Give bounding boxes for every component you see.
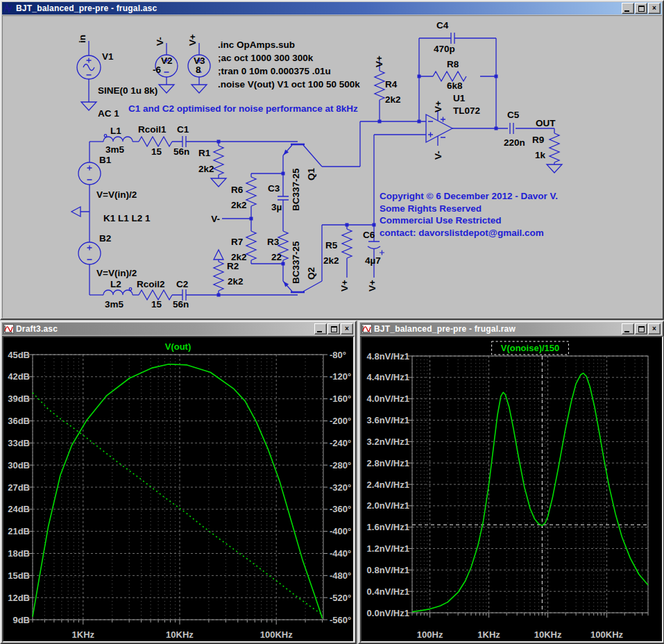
trace-v-onoise-150 <box>412 373 648 612</box>
schematic-label: U1 <box>453 93 466 103</box>
schematic-label: 1k <box>535 150 546 160</box>
schematic-label: V+ <box>187 34 198 46</box>
schematic-label: L2 <box>110 279 121 289</box>
x-axis-label: 10KHz <box>534 629 562 640</box>
schematic-label: 56n <box>173 146 189 157</box>
x-axis-label: 1KHz <box>72 629 95 640</box>
schematic-label: R2 <box>227 261 239 271</box>
y-left-label: 42dB <box>8 371 30 382</box>
schematic-label: V+ <box>374 56 384 67</box>
schematic-label: B2 <box>99 233 111 244</box>
schematic-label: K1 L1 L2 1 <box>103 213 151 223</box>
schematic-label: R7 <box>231 237 243 247</box>
schematic-label: V+ <box>339 280 350 291</box>
schematic-label: V- <box>211 214 220 224</box>
close-button[interactable]: × <box>648 323 661 334</box>
x-axis-label: 100KHz <box>260 629 293 640</box>
schematic-label: R6 <box>231 185 244 195</box>
y-right-label: -240° <box>330 438 351 448</box>
bode-plot-window: Draft3.asc × 45dB-80°42dB-120°39dB-160°3… <box>0 321 357 644</box>
schematic-label: C5 <box>507 110 520 120</box>
schematic-window: BJT_balanced_pre-pre - frugal.asc × <box>0 0 664 320</box>
x-axis-label: 1KHz <box>477 629 500 640</box>
noise-chart[interactable]: 4.8nV/Hz14.4nV/Hz14.0nV/Hz13.6nV/Hz13.2n… <box>361 337 662 641</box>
y-left-label: 1.6nV/Hz1 <box>367 522 409 532</box>
y-right-label: -520° <box>330 593 351 603</box>
schematic-label: V=V(in)/2 <box>96 268 137 278</box>
maximize-icon <box>331 326 337 332</box>
schematic-label: 6k8 <box>447 80 463 91</box>
schematic-drawing[interactable]: inV1SINE(0 1u 8k)AC 1V2-6V-V38V+.inc OpA… <box>3 16 664 319</box>
schematic-label: Some Rights Reserved <box>380 203 482 214</box>
schematic-label: 3m5 <box>105 144 125 155</box>
y-left-label: 36dB <box>8 416 30 426</box>
schematic-label: contact: davorslistdepot@gmail.com <box>380 228 544 238</box>
schematic-label: 220n <box>504 137 525 148</box>
schematic-label: Rcoil2 <box>137 279 165 289</box>
maximize-button[interactable] <box>635 323 647 334</box>
schematic-window-titlebar[interactable]: BJT_balanced_pre-pre - frugal.asc × <box>2 2 662 15</box>
window-title: BJT_balanced_pre-pre - frugal.asc <box>16 3 620 13</box>
schematic-label: 2k2 <box>323 255 339 266</box>
maximize-icon <box>638 6 645 12</box>
noise-plot-pane[interactable]: 4.8nV/Hz14.4nV/Hz14.0nV/Hz13.6nV/Hz13.2n… <box>360 336 663 643</box>
schematic-label: B1 <box>99 155 112 165</box>
schematic-label: R9 <box>532 135 544 145</box>
schematic-label: 56n <box>173 299 189 310</box>
minimize-button[interactable] <box>622 3 634 14</box>
schematic-label: V- <box>433 151 443 160</box>
minimize-button[interactable] <box>314 323 327 334</box>
y-right-label: -400° <box>330 526 351 536</box>
noise-window-titlebar[interactable]: BJT_balanced_pre-pre - frugal.raw × <box>360 323 662 335</box>
minimize-icon <box>624 331 629 332</box>
y-left-label: 3.6nV/Hz1 <box>367 415 409 425</box>
schematic-label: C4 <box>436 20 449 31</box>
bode-plot-pane[interactable]: 45dB-80°42dB-120°39dB-160°36dB-200°33dB-… <box>2 336 355 643</box>
bode-window-titlebar[interactable]: Draft3.asc × <box>2 323 355 335</box>
minimize-button[interactable] <box>622 323 634 334</box>
schematic-canvas[interactable]: inV1SINE(0 1u 8k)AC 1V2-6V-V38V+.inc OpA… <box>2 15 662 318</box>
close-button[interactable]: × <box>648 3 661 14</box>
schematic-label: ;ac oct 1000 300 300k <box>218 53 314 63</box>
maximize-button[interactable] <box>327 323 340 334</box>
desktop: { "windows": { "main": { "title": "BJT_b… <box>0 0 664 644</box>
schematic-label: R3 <box>267 237 280 247</box>
trace-v-out-magnitude <box>33 364 323 618</box>
schematic-label: 8 <box>196 65 201 75</box>
y-right-label: -200° <box>330 416 351 426</box>
trace-v-out-phase <box>33 393 323 615</box>
y-right-label: -280° <box>330 460 351 471</box>
y-left-label: 21dB <box>8 526 30 536</box>
waveform-icon <box>3 324 14 334</box>
y-left-label: 24dB <box>8 504 30 514</box>
schematic-label: V=V(in)/2 <box>96 189 137 200</box>
schematic-label: ;tran 0 10m 0.000375 .01u <box>218 66 331 76</box>
y-left-label: 27dB <box>8 482 30 493</box>
schematic-label: OUT <box>536 118 556 128</box>
window-title: BJT_balanced_pre-pre - frugal.raw <box>374 324 620 334</box>
schematic-label: V- <box>155 37 165 46</box>
schematic-label: -6 <box>153 65 161 75</box>
schematic-label: 15 <box>151 299 162 310</box>
y-left-label: 0.4nV/Hz1 <box>367 586 409 597</box>
legend-label[interactable]: V(onoise)/150 <box>501 343 560 353</box>
window-title: Draft3.asc <box>16 324 312 334</box>
y-left-label: 2.4nV/Hz1 <box>367 480 409 490</box>
schematic-label: R5 <box>325 240 338 251</box>
y-left-label: 1.2nV/Hz1 <box>367 543 409 554</box>
y-right-label: -360° <box>330 504 351 514</box>
schematic-label: C6 <box>363 230 375 240</box>
schematic-label: 470p <box>434 44 455 54</box>
legend-label[interactable]: V(out) <box>165 341 191 352</box>
schematic-label: 3µ <box>271 202 282 212</box>
schematic-label: C3 <box>268 183 280 194</box>
bode-chart[interactable]: 45dB-80°42dB-120°39dB-160°36dB-200°33dB-… <box>3 337 353 641</box>
y-left-label: 2.8nV/Hz1 <box>367 458 409 468</box>
schematic-label: TL072 <box>453 105 480 116</box>
schematic-label: V2 <box>161 56 173 66</box>
close-button[interactable]: × <box>341 323 353 334</box>
maximize-button[interactable] <box>635 3 647 14</box>
y-right-label: -80° <box>330 350 346 360</box>
x-axis-label: 100Hz <box>417 629 443 640</box>
y-left-label: 18dB <box>8 548 30 559</box>
